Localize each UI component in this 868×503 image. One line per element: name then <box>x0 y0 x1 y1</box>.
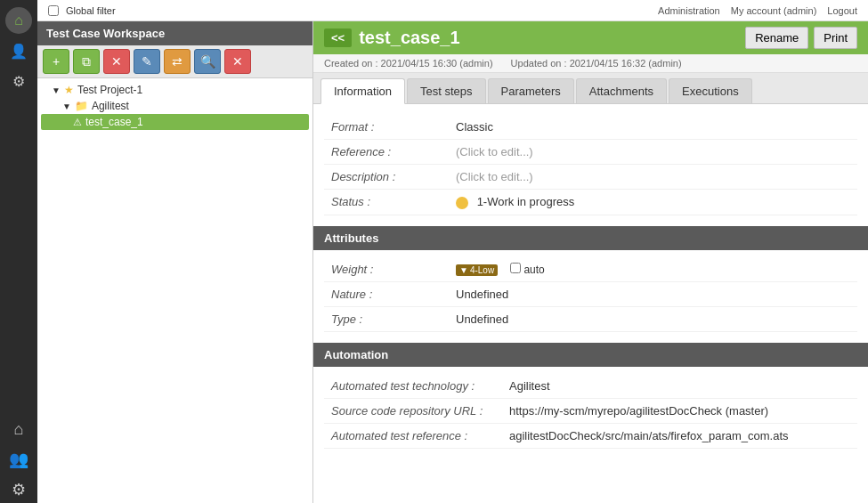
global-filter-label: Global filter <box>66 5 116 16</box>
rename-button[interactable]: Rename <box>745 27 808 49</box>
nav-users-icon[interactable]: 👥 <box>5 446 32 473</box>
repo-value: https://my-scm/myrepo/agilitestDocCheck … <box>509 404 850 418</box>
nav-settings-icon[interactable]: ⚙ <box>5 476 32 503</box>
reference-label: Reference : <box>331 145 456 158</box>
expand-icon-2: ▼ <box>62 101 71 111</box>
auto-label: auto <box>523 264 544 276</box>
tabs-bar: Information Test steps Parameters Attach… <box>313 73 868 104</box>
tree-item-testcase[interactable]: ⚠ test_case_1 <box>41 114 309 130</box>
project-label: Test Project-1 <box>77 84 142 96</box>
weight-badge: ▼ 4-Low <box>456 264 498 276</box>
nature-label: Nature : <box>331 288 456 301</box>
nature-row: Nature : Undefined <box>324 282 857 307</box>
expand-icon: ▼ <box>52 85 61 95</box>
main-area: Global filter Administration My account … <box>37 0 868 503</box>
created-info: Created on : 2021/04/15 16:30 (admin) <box>324 58 493 69</box>
tab-parameters[interactable]: Parameters <box>488 78 574 103</box>
folder-label: Agilitest <box>92 100 129 112</box>
search-button[interactable]: 🔍 <box>194 49 221 74</box>
info-table: Format : Classic Reference : (Click to e… <box>324 115 857 215</box>
tab-attachments[interactable]: Attachments <box>576 78 667 103</box>
weight-value: ▼ 4-Low auto <box>456 263 850 276</box>
attributes-section-header: Attributes <box>313 226 868 250</box>
type-row: Type : Undefined <box>324 307 857 332</box>
my-account-link[interactable]: My account (admin) <box>731 5 817 16</box>
status-row: Status : 1-Work in progress <box>324 190 857 215</box>
reference-row: Reference : (Click to edit...) <box>324 140 857 165</box>
logout-link[interactable]: Logout <box>827 5 857 16</box>
home-icon[interactable]: ⌂ <box>5 7 32 34</box>
add-button[interactable]: + <box>43 49 69 74</box>
tree-item-folder[interactable]: ▼ 📁 Agilitest <box>41 98 309 114</box>
tree-panel: Test Case Workspace + ⧉ ✕ ✎ ⇄ 🔍 ✕ ▼ ★ Te… <box>37 21 313 503</box>
move-button[interactable]: ⇄ <box>164 49 191 74</box>
nature-value: Undefined <box>456 288 850 301</box>
status-text: 1-Work in progress <box>477 195 575 208</box>
automation-section-header: Automation <box>313 343 868 367</box>
tab-test-steps[interactable]: Test steps <box>407 78 486 103</box>
weight-text: 4-Low <box>470 265 494 275</box>
page-actions: Rename Print <box>745 27 857 49</box>
updated-info: Updated on : 2021/04/15 16:32 (admin) <box>511 58 682 69</box>
weight-label: Weight : <box>331 263 456 276</box>
back-button[interactable]: << <box>324 28 352 47</box>
format-row: Format : Classic <box>324 115 857 140</box>
nav-home-icon[interactable]: ⌂ <box>5 416 32 442</box>
administration-link[interactable]: Administration <box>658 5 720 16</box>
tech-value: Agilitest <box>509 379 850 393</box>
weight-row: Weight : ▼ 4-Low auto <box>324 257 857 282</box>
tree-toolbar: + ⧉ ✕ ✎ ⇄ 🔍 ✕ <box>37 45 312 78</box>
description-value[interactable]: (Click to edit...) <box>456 170 850 183</box>
print-button[interactable]: Print <box>814 27 857 49</box>
tree-content: ▼ ★ Test Project-1 ▼ 📁 Agilitest ⚠ test_… <box>37 78 312 503</box>
tech-label: Automated test technology : <box>331 379 509 393</box>
right-panel: << test_case_1 Rename Print Created on :… <box>313 21 868 503</box>
global-filter-area: Global filter <box>48 5 116 16</box>
testcase-label: test_case_1 <box>85 116 143 128</box>
attributes-table: Weight : ▼ 4-Low auto Natur <box>324 257 857 332</box>
status-dot <box>456 197 468 209</box>
repo-row: Source code repository URL : https://my-… <box>324 399 857 424</box>
tree-title: Test Case Workspace <box>37 21 312 45</box>
page-header: << test_case_1 Rename Print <box>313 21 868 54</box>
description-label: Description : <box>331 170 456 183</box>
ref-row: Automated test reference : agilitestDocC… <box>324 424 857 449</box>
status-label: Status : <box>331 195 456 208</box>
type-label: Type : <box>331 312 456 326</box>
delete-button[interactable]: ✕ <box>103 49 130 74</box>
folder-icon: 📁 <box>75 100 88 112</box>
left-sidebar: ⌂ 👤 ⚙ ⌂ 👥 ⚙ <box>0 0 37 503</box>
star-icon: ★ <box>64 84 74 96</box>
top-bar-right: Administration My account (admin) Logout <box>658 5 857 16</box>
auto-checkbox[interactable] <box>510 263 521 273</box>
status-value: 1-Work in progress <box>456 195 850 209</box>
warning-icon: ⚠ <box>73 117 82 128</box>
edit-button[interactable]: ✎ <box>134 49 160 74</box>
page-meta: Created on : 2021/04/15 16:30 (admin) Up… <box>313 54 868 73</box>
gear-icon[interactable]: ⚙ <box>5 68 32 94</box>
filter-button[interactable]: ✕ <box>224 49 251 74</box>
tab-content: Format : Classic Reference : (Click to e… <box>313 104 868 503</box>
top-bar: Global filter Administration My account … <box>37 0 868 21</box>
ref-label: Automated test reference : <box>331 429 509 442</box>
tree-item-project[interactable]: ▼ ★ Test Project-1 <box>41 82 309 98</box>
global-filter-checkbox[interactable] <box>48 5 59 16</box>
weight-arrow: ▼ <box>459 265 468 275</box>
tab-executions[interactable]: Executions <box>669 78 752 103</box>
repo-label: Source code repository URL : <box>331 404 509 418</box>
format-value: Classic <box>456 120 850 134</box>
ref-value: agilitestDocCheck/src/main/ats/firefox_p… <box>509 429 850 442</box>
person-icon[interactable]: 👤 <box>5 37 32 64</box>
copy-button[interactable]: ⧉ <box>73 49 100 74</box>
type-value: Undefined <box>456 312 850 326</box>
automation-table: Automated test technology : Agilitest So… <box>324 374 857 449</box>
description-row: Description : (Click to edit...) <box>324 165 857 190</box>
page-title: test_case_1 <box>359 28 459 48</box>
reference-value[interactable]: (Click to edit...) <box>456 145 850 158</box>
tech-row: Automated test technology : Agilitest <box>324 374 857 399</box>
content-area: Test Case Workspace + ⧉ ✕ ✎ ⇄ 🔍 ✕ ▼ ★ Te… <box>37 21 868 503</box>
format-label: Format : <box>331 120 456 134</box>
tab-information[interactable]: Information <box>320 78 405 104</box>
